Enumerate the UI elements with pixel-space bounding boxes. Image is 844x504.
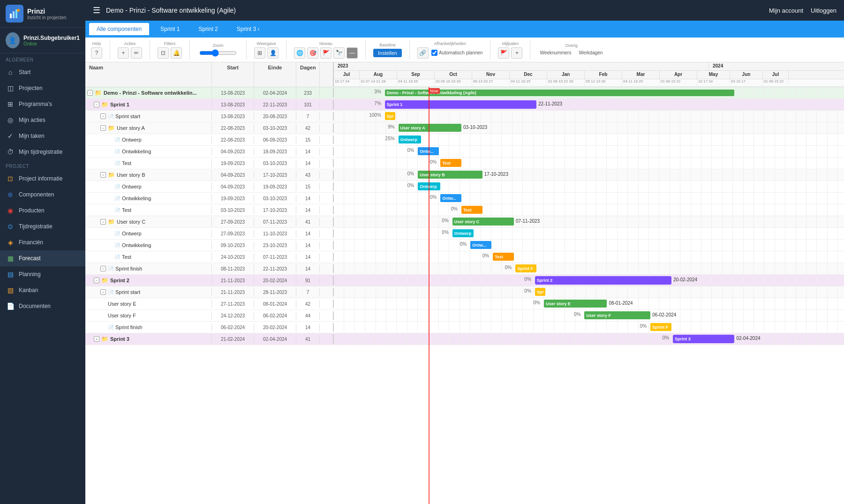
sidebar-item-programmas[interactable]: ⊞ Programma's — [0, 96, 85, 112]
gantt-bar[interactable]: Sprint F — [650, 323, 671, 331]
sidebar-item-tijdregistratie-user[interactable]: ⏱ Mijn tijdregistratie — [0, 144, 85, 160]
niveau-minus-button[interactable]: — — [347, 47, 358, 59]
table-row[interactable]: 📄Ontwikkeling19-09-202303-10-2023140%Ont… — [85, 193, 844, 204]
sidebar-item-tijdregistratie[interactable]: ⊙ Tijdregistratie — [0, 218, 85, 234]
gantt-bar[interactable]: User story E — [544, 300, 607, 308]
uitloggen-link[interactable]: Uitloggen — [811, 7, 836, 14]
afhankelijkheden-link-button[interactable]: 🔗 — [417, 47, 429, 59]
help-button[interactable]: ? — [91, 47, 102, 59]
gantt-bar[interactable]: Sprint 1 — [385, 100, 536, 109]
sidebar-item-start[interactable]: ⌂ Start — [0, 64, 85, 80]
expand-button[interactable]: − — [100, 172, 106, 178]
gantt-row-timeline: 7%Sprint 122-11-2023 — [334, 99, 844, 110]
gantt-bar[interactable]: User story B — [418, 171, 482, 179]
sidebar-item-planning[interactable]: ▤ Planning — [0, 266, 85, 282]
filter-bell-button[interactable]: 🔔 — [171, 47, 182, 59]
zoom-slider[interactable] — [199, 49, 237, 57]
sidebar-item-forecast[interactable]: ▦ Forecast — [0, 250, 85, 266]
row-days: 233 — [296, 89, 320, 97]
gantt-bar[interactable]: Spr — [535, 288, 545, 296]
sidebar-item-documenten[interactable]: 📄 Documenten — [0, 298, 85, 314]
sidebar-item-kanban[interactable]: ▧ Kanban — [0, 282, 85, 298]
gantt-bar[interactable]: Test — [461, 206, 482, 214]
table-row[interactable]: User story E27-11-202308-01-2024420%User… — [85, 298, 844, 310]
tab-sprint1[interactable]: Sprint 1 — [153, 23, 187, 35]
niveau-target-button[interactable]: 🎯 — [307, 47, 318, 59]
table-row[interactable]: 📄Test19-09-202303-10-2023140%Test — [85, 158, 844, 169]
weergave-person-button[interactable]: 👤 — [267, 47, 279, 59]
gantt-bar[interactable]: Sprint 3 — [673, 335, 734, 343]
gantt-bar[interactable]: Ontwerp — [452, 229, 474, 237]
acties-edit-button[interactable]: ✏ — [131, 47, 142, 59]
niveau-flag-button[interactable]: 🚩 — [320, 47, 332, 59]
auto-plannen-label[interactable]: Automatisch plannen — [431, 50, 482, 56]
weergave-grid-button[interactable]: ⊞ — [254, 47, 265, 59]
mijlpalen-add-button[interactable]: + — [511, 47, 522, 59]
gantt-bar[interactable]: Ontw... — [440, 194, 461, 202]
table-row[interactable]: −📄Sprint finish08-11-202322-11-2023140%S… — [85, 263, 844, 275]
tab-sprint2[interactable]: Sprint 2 — [191, 23, 225, 35]
sidebar-item-project-info[interactable]: ⊡ Project informatie — [0, 171, 85, 187]
filter-button[interactable]: ⊡ — [158, 47, 169, 59]
table-row[interactable]: 📄Ontwikkeling09-10-202323-10-2023140%Ont… — [85, 240, 844, 251]
expand-button[interactable]: − — [94, 278, 99, 283]
expand-button[interactable]: − — [100, 125, 106, 131]
table-row[interactable]: 📄Ontwerp22-08-202306-09-20231525%Ontwerp — [85, 134, 844, 146]
doc-icon: 📄 — [114, 231, 120, 236]
table-row[interactable]: −📁User story A22-08-202303-10-2023429%Us… — [85, 122, 844, 134]
table-row[interactable]: 📄Ontwikkeling04-09-202318-09-2023140%Ont… — [85, 146, 844, 158]
gantt-bar[interactable]: User story A — [399, 124, 461, 132]
baseline-instellen-button[interactable]: Instellen — [373, 49, 402, 57]
expand-button[interactable]: − — [100, 219, 106, 225]
expand-button[interactable]: − — [87, 90, 93, 96]
table-row[interactable]: 📄Ontwerp27-09-202311-10-2023140%Ontwerp — [85, 228, 844, 240]
mijn-account-link[interactable]: Mijn account — [769, 7, 803, 14]
table-row[interactable]: −📁User story B04-09-202317-10-2023430%Us… — [85, 169, 844, 181]
gantt-bar[interactable]: Spr — [385, 112, 395, 120]
table-row[interactable]: −📄Sprint start13-08-202320-08-20237100%S… — [85, 111, 844, 122]
gantt-bar[interactable]: Test — [493, 253, 514, 261]
tab-alle-componenten[interactable]: Alle componenten — [89, 23, 149, 35]
expand-button[interactable]: − — [100, 266, 106, 271]
acties-add-button[interactable]: + — [118, 47, 129, 59]
expand-button[interactable]: − — [94, 102, 99, 107]
niveau-binoculars-button[interactable]: 🔭 — [333, 47, 345, 59]
sidebar-item-mijn-acties[interactable]: ◎ Mijn acties — [0, 112, 85, 128]
table-row[interactable]: 📄Sprint finish06-02-202420-02-2024140%Sp… — [85, 322, 844, 333]
table-row[interactable]: −📄Sprint start21-11-202328-11-202370%Spr — [85, 286, 844, 298]
sidebar-item-financien[interactable]: ◈ Financiën — [0, 234, 85, 250]
expand-button[interactable]: + — [94, 336, 99, 342]
row-start: 19-09-2023 — [212, 195, 254, 203]
sidebar-item-producten[interactable]: ◉ Producten — [0, 203, 85, 218]
werkdagen-button[interactable]: Werkdagen — [577, 49, 604, 56]
table-row[interactable]: +📁Sprint 321-02-202402-04-2024410%Sprint… — [85, 333, 844, 345]
table-row[interactable]: User story F24-12-202306-02-2024440%User… — [85, 310, 844, 322]
table-row[interactable]: 📄Ontwerp04-09-202319-09-2023150%Ontwerp — [85, 181, 844, 193]
gantt-bar[interactable]: Test — [440, 159, 461, 167]
mijlpalen-flag-button[interactable]: 🚩 — [498, 47, 509, 59]
table-row[interactable]: −📁Demo - Prinzi - Software ontwikkelin..… — [85, 87, 844, 99]
gantt-bar[interactable]: Sprint 2 — [535, 276, 671, 285]
expand-button[interactable]: − — [100, 289, 106, 295]
sidebar-item-componenten[interactable]: ⊛ Componenten — [0, 187, 85, 203]
sidebar-item-mijn-taken[interactable]: ✓ Mijn taken — [0, 128, 85, 144]
niveau-globe-button[interactable]: 🌐 — [294, 47, 305, 59]
expand-button[interactable]: − — [100, 113, 106, 119]
auto-plannen-checkbox[interactable] — [431, 50, 437, 56]
gantt-bar[interactable]: Ontwerp — [399, 135, 421, 143]
gantt-bar[interactable]: User story F — [584, 311, 650, 319]
menu-icon[interactable]: ☰ — [93, 5, 100, 15]
gantt-bar[interactable]: Sprint F — [515, 264, 536, 272]
table-row[interactable]: −📁User story C27-09-202307-11-2023410%Us… — [85, 216, 844, 228]
table-row[interactable]: 📄Test03-10-202317-10-2023140%Test — [85, 204, 844, 216]
doc-icon: 📄 — [108, 325, 113, 330]
sidebar-item-projecten[interactable]: ◫ Projecten — [0, 80, 85, 96]
table-row[interactable]: −📁Sprint 221-11-202320-02-2024910%Sprint… — [85, 275, 844, 286]
gantt-bar[interactable]: Ontw... — [470, 241, 491, 249]
table-row[interactable]: −📁Sprint 113-08-202322-11-20231017%Sprin… — [85, 99, 844, 111]
row-end: 17-10-2023 — [254, 171, 296, 179]
tab-sprint3[interactable]: Sprint 3 › — [229, 23, 267, 35]
weeknummers-button[interactable]: Weeknummers — [538, 49, 573, 56]
table-row[interactable]: 📄Test24-10-202307-11-2023140%Test — [85, 251, 844, 263]
gantt-bar[interactable]: User story C — [452, 218, 514, 226]
